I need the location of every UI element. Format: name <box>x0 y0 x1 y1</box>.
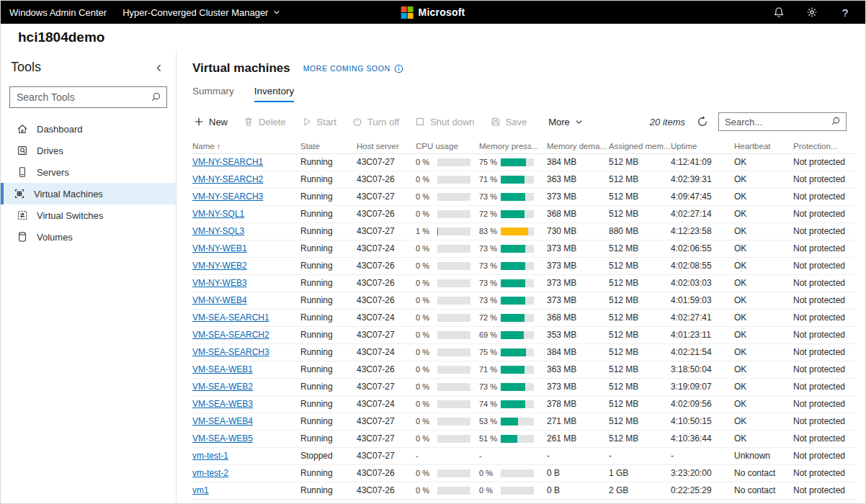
sidebar-collapse-icon[interactable] <box>154 63 164 73</box>
vm-assigned-memory: 512 MB <box>609 154 671 171</box>
table-row[interactable]: VM-SEA-WEB1 Running 43C07-26 0 % 71 % 36… <box>192 361 855 379</box>
table-row[interactable]: VM-NY-WEB3 Running 43C07-26 0 % 73 % 373… <box>192 275 855 292</box>
save-button[interactable]: Save <box>483 111 535 132</box>
vm-name-link[interactable]: VM-NY-SEARCH1 <box>192 157 263 167</box>
sidebar-item-virtual-switches[interactable]: Virtual Switches <box>1 204 176 226</box>
column-header-name[interactable]: Name↑ <box>192 142 300 150</box>
table-row[interactable]: VM-NY-WEB2 Running 43C07-26 0 % 73 % 373… <box>192 258 855 275</box>
shut-down-button[interactable]: Shut down <box>407 111 482 132</box>
vm-name-link[interactable]: VM-SEA-WEB2 <box>192 382 253 392</box>
vm-protection: Not protected <box>793 396 855 413</box>
cpu-usage-bar <box>437 210 470 218</box>
table-row[interactable]: VM-NY-WEB1 Running 43C07-24 0 % 73 % 373… <box>192 240 855 258</box>
table-row[interactable]: VM-NY-SEARCH2 Running 43C07-26 0 % 71 % … <box>192 171 855 189</box>
solution-switcher[interactable]: Hyper-Converged Cluster Manager <box>122 7 280 18</box>
sidebar-item-volumes[interactable]: Volumes <box>1 226 176 248</box>
vm-name-link[interactable]: VM-NY-SQL1 <box>192 209 244 219</box>
vm-cpu-usage: 0 % <box>416 292 479 309</box>
vm-name-link[interactable]: VM-NY-SEARCH2 <box>192 174 263 184</box>
vm-memory-pressure: 53 % <box>479 413 547 430</box>
cpu-usage-bar <box>437 262 470 270</box>
table-row[interactable]: VM-SEA-SEARCH2 Running 43C07-27 0 % 69 %… <box>192 327 855 344</box>
column-header-memory-demand[interactable]: Memory dema... <box>547 142 609 150</box>
table-row[interactable]: vm1 Running 43C07-26 0 % 0 % 0 B 2 GB 0:… <box>192 482 855 500</box>
vm-name-link[interactable]: VM-SEA-SEARCH2 <box>192 330 269 340</box>
sidebar-item-servers[interactable]: Servers <box>1 161 176 183</box>
cpu-usage-value: 0 % <box>416 344 437 361</box>
vm-heartbeat: OK <box>734 361 793 378</box>
vm-host-server: 43C07-26 <box>357 361 416 378</box>
vm-name-link[interactable]: vm-test-2 <box>192 468 228 478</box>
vm-name-link[interactable]: VM-NY-WEB2 <box>192 261 247 271</box>
delete-button[interactable]: Delete <box>236 111 294 132</box>
tab-summary[interactable]: Summary <box>192 86 234 102</box>
vm-memory-pressure: 0 % <box>479 482 547 499</box>
help-icon[interactable]: ? <box>839 6 851 18</box>
table-row[interactable]: VM-SEA-SEARCH1 Running 43C07-24 0 % 72 %… <box>192 310 855 327</box>
vm-name-link[interactable]: VM-NY-SEARCH3 <box>192 192 263 202</box>
column-header-assigned-memory[interactable]: Assigned mem... <box>609 142 671 150</box>
table-row[interactable]: VM-SEA-SEARCH3 Running 43C07-24 0 % 75 %… <box>192 344 855 361</box>
vm-memory-demand: 363 MB <box>547 361 609 378</box>
refresh-icon[interactable] <box>697 116 708 127</box>
vm-host-server: 43C07-26 <box>357 171 416 188</box>
notifications-bell-icon[interactable] <box>773 6 785 18</box>
table-row[interactable]: VM-SEA-WEB4 Running 43C07-27 0 % 53 % 27… <box>192 413 855 431</box>
vm-heartbeat: OK <box>734 171 793 188</box>
column-header-protection[interactable]: Protection... <box>793 142 855 150</box>
table-row[interactable]: VM-NY-SEARCH3 Running 43C07-27 0 % 73 % … <box>192 189 855 206</box>
table-row[interactable]: VM-NY-SQL3 Running 43C07-27 1 % 83 % 730… <box>192 223 855 240</box>
vm-name-link[interactable]: VM-SEA-WEB1 <box>192 364 253 374</box>
sidebar-item-label: Servers <box>37 167 69 178</box>
microsoft-logo-icon <box>401 6 414 19</box>
vm-name-link[interactable]: VM-NY-WEB1 <box>192 243 247 253</box>
memory-pressure-bar <box>501 469 534 477</box>
column-header-state[interactable]: State <box>300 142 357 150</box>
table-row[interactable]: VM-NY-SQL1 Running 43C07-26 0 % 72 % 368… <box>192 206 855 223</box>
table-row[interactable]: VM-SEA-WEB5 Running 43C07-27 0 % 51 % 26… <box>192 431 855 448</box>
vm-name-link[interactable]: VM-SEA-SEARCH3 <box>192 347 269 357</box>
vm-heartbeat: OK <box>734 344 793 361</box>
sidebar-item-drives[interactable]: Drives <box>1 140 176 161</box>
vm-name-link[interactable]: vm1 <box>192 485 209 495</box>
table-row[interactable]: vm-test-2 Running 43C07-26 0 % 0 % 0 B 1… <box>192 465 855 482</box>
vm-assigned-memory: 512 MB <box>609 275 671 292</box>
table-row[interactable]: VM-NY-WEB4 Running 43C07-26 0 % 73 % 373… <box>192 292 855 310</box>
column-header-uptime[interactable]: Uptime <box>671 142 734 150</box>
turn-off-button[interactable]: Turn off <box>344 111 407 132</box>
start-button[interactable]: Start <box>294 111 344 132</box>
table-row[interactable]: VM-SEA-WEB3 Running 43C07-24 0 % 74 % 37… <box>192 396 855 413</box>
vm-name-link[interactable]: VM-NY-WEB3 <box>192 278 247 288</box>
vm-name-link[interactable]: VM-NY-WEB4 <box>192 295 247 305</box>
vm-name-link[interactable]: VM-SEA-WEB5 <box>192 433 253 444</box>
cpu-usage-bar <box>437 245 470 253</box>
vm-name-link[interactable]: VM-NY-SQL3 <box>192 226 244 236</box>
column-header-host-server[interactable]: Host server <box>357 142 416 150</box>
table-row[interactable]: VM-NY-SEARCH1 Running 43C07-27 0 % 75 % … <box>192 154 855 171</box>
column-header-memory-pressure[interactable]: Memory press... <box>479 142 547 150</box>
table-search-input[interactable] <box>718 112 847 131</box>
memory-pressure-bar <box>501 487 534 495</box>
tab-inventory[interactable]: Inventory <box>254 86 295 102</box>
settings-gear-icon[interactable] <box>806 6 818 18</box>
cpu-usage-value: 0 % <box>416 189 437 205</box>
sidebar-item-label: Dashboard <box>37 124 83 135</box>
vm-name-link[interactable]: VM-SEA-SEARCH1 <box>192 312 269 323</box>
new-button[interactable]: New <box>192 111 236 132</box>
table-row[interactable]: VM-SEA-WEB2 Running 43C07-27 0 % 73 % 37… <box>192 379 855 396</box>
vm-name-link[interactable]: VM-SEA-WEB4 <box>192 416 253 426</box>
vm-state: Running <box>300 206 357 222</box>
vm-name-link[interactable]: vm-test-1 <box>192 451 228 461</box>
sidebar-item-virtual-machines[interactable]: Virtual Machines <box>1 183 176 204</box>
more-coming-soon-badge[interactable]: MORE COMING SOON <box>303 64 403 73</box>
more-button[interactable]: More <box>540 111 591 132</box>
vm-memory-pressure: 75 % <box>479 344 547 361</box>
tools-search-input[interactable] <box>9 86 167 108</box>
column-header-cpu-usage[interactable]: CPU usage <box>416 142 479 150</box>
tools-title: Tools <box>11 60 41 75</box>
sidebar-item-dashboard[interactable]: Dashboard <box>1 118 176 140</box>
table-row[interactable]: vm-test-1 Stopped 43C07-27 - - - - - Unk… <box>192 448 855 465</box>
vm-cpu-usage: 0 % <box>416 361 479 378</box>
column-header-heartbeat[interactable]: Heartbeat <box>734 142 793 150</box>
vm-name-link[interactable]: VM-SEA-WEB3 <box>192 399 253 409</box>
